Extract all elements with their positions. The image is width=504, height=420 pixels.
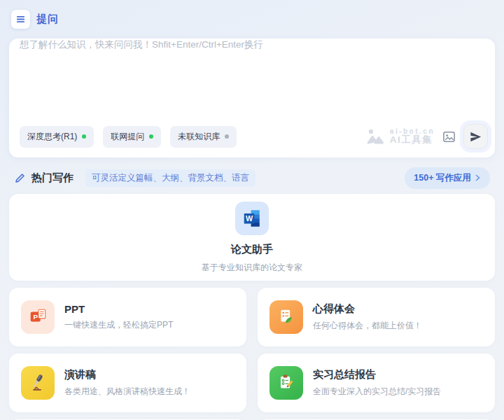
footer-actions: ai-bot.cn AI工具集 xyxy=(365,124,488,149)
hamburger-icon xyxy=(15,14,26,24)
toggle-knowledge-base-label: 未联知识库 xyxy=(178,131,220,143)
app-text: 心得体会 任何心得体会，都能上价值！ xyxy=(313,302,422,332)
writing-apps-grid: P PPT 一键快速生成，轻松搞定PPT xyxy=(9,288,495,420)
toggle-status-dot xyxy=(149,134,153,139)
menu-button[interactable] xyxy=(11,10,30,29)
app-title: PPT xyxy=(64,303,173,315)
toggle-web-search[interactable]: 联网提问 xyxy=(103,126,161,148)
app-subtitle: 各类用途、风格演讲稿快速生成！ xyxy=(64,386,190,398)
more-writing-apps-label: 150+ 写作应用 xyxy=(414,172,471,184)
chevron-right-icon xyxy=(475,174,481,181)
word-doc-icon: W xyxy=(235,202,269,235)
featured-app-subtitle: 基于专业知识库的论文专家 xyxy=(202,262,302,274)
app-card-reflections[interactable]: 心得体会 任何心得体会，都能上价值！ xyxy=(258,288,495,346)
app-title: 演讲稿 xyxy=(64,368,190,382)
more-writing-apps-button[interactable]: 150+ 写作应用 xyxy=(405,167,490,189)
paw-logo-icon xyxy=(365,127,386,146)
question-panel-footer: 深度思考(R1) 联网提问 未联知识库 xyxy=(20,124,488,149)
toggle-web-search-label: 联网提问 xyxy=(111,131,144,143)
ask-header: 提问 xyxy=(11,10,495,28)
app-title: 心得体会 xyxy=(313,302,422,316)
question-panel: 深度思考(R1) 联网提问 未联知识库 xyxy=(9,38,495,158)
svg-text:P: P xyxy=(33,313,38,321)
watermark-text: ai-bot.cn AI工具集 xyxy=(390,127,435,146)
app-text: PPT 一键快速生成，轻松搞定PPT xyxy=(64,303,173,331)
toggle-deep-thinking[interactable]: 深度思考(R1) xyxy=(20,126,94,148)
clipboard-pencil-icon xyxy=(270,366,303,400)
app-title: 实习总结报告 xyxy=(313,368,441,382)
section-subtitle: 可灵活定义篇幅、大纲、背景文档、语言 xyxy=(85,169,255,187)
toggle-status-dot xyxy=(225,134,229,139)
app-text: 演讲稿 各类用途、风格演讲稿快速生成！ xyxy=(64,368,190,398)
send-button[interactable] xyxy=(463,124,488,149)
app-card-speech[interactable]: 演讲稿 各类用途、风格演讲稿快速生成！ xyxy=(9,354,246,412)
hot-writing-header: 热门写作 可灵活定义篇幅、大纲、背景文档、语言 150+ 写作应用 xyxy=(14,169,490,187)
featured-app-title: 论文助手 xyxy=(231,243,273,256)
watermark: ai-bot.cn AI工具集 xyxy=(365,127,435,146)
watermark-line2: AI工具集 xyxy=(390,135,435,146)
ai-writing-page: 提问 深度思考(R1) 联网提问 未联知识库 xyxy=(0,0,504,420)
picture-icon xyxy=(442,130,456,144)
notes-leaf-icon xyxy=(270,300,303,334)
app-subtitle: 全面专业深入的实习总结/实习报告 xyxy=(313,386,441,398)
app-subtitle: 任何心得体会，都能上价值！ xyxy=(313,320,422,332)
app-text: 实习总结报告 全面专业深入的实习总结/实习报告 xyxy=(313,368,441,398)
app-subtitle: 一键快速生成，轻松搞定PPT xyxy=(64,319,173,331)
toggle-status-dot xyxy=(82,134,86,139)
pencil-icon xyxy=(14,172,26,184)
upload-image-button[interactable] xyxy=(442,130,456,144)
app-card-ppt[interactable]: P PPT 一键快速生成，轻松搞定PPT xyxy=(9,288,246,346)
section-title: 热门写作 xyxy=(31,172,74,185)
toggle-deep-thinking-label: 深度思考(R1) xyxy=(27,131,77,143)
ask-section-title: 提问 xyxy=(36,13,59,26)
question-input[interactable] xyxy=(20,38,484,108)
send-icon xyxy=(469,130,482,144)
ppt-icon: P xyxy=(21,300,55,334)
svg-text:W: W xyxy=(246,214,253,223)
toggle-knowledge-base[interactable]: 未联知识库 xyxy=(170,126,237,148)
app-card-internship-report[interactable]: 实习总结报告 全面专业深入的实习总结/实习报告 xyxy=(258,354,495,412)
featured-app-card-paper-assistant[interactable]: W 论文助手 基于专业知识库的论文专家 xyxy=(9,194,495,281)
microphone-icon xyxy=(21,366,55,400)
